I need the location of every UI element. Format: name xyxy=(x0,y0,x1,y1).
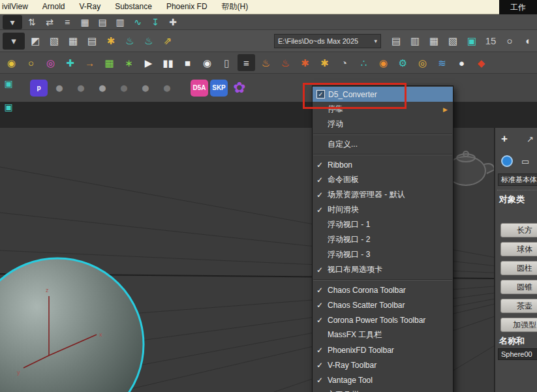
container-explorer-icon[interactable]: ▦ xyxy=(425,33,442,50)
render-teapot-icon-2[interactable]: ♨ xyxy=(140,33,157,50)
crosshair-icon[interactable]: ✚ xyxy=(165,15,181,29)
context-menu-item-9[interactable]: ✓时间滑块 xyxy=(313,202,453,217)
zoom-flame-icon[interactable]: ◎ xyxy=(414,54,431,71)
rotate-gizmo-icon[interactable]: ◉ xyxy=(3,54,20,71)
flame-icon-red[interactable]: ♨ xyxy=(277,54,294,71)
select-region-icon[interactable]: ▧ xyxy=(46,33,63,50)
context-menu-item-6[interactable]: ✓Ribbon xyxy=(313,157,453,172)
viewport-layout-tab-icon[interactable]: ▣ xyxy=(1,77,16,90)
context-menu-item-17[interactable]: ✓Corona Power Tools Toolbar xyxy=(313,312,453,327)
selection-filter-dropdown[interactable]: ▾ xyxy=(3,15,22,29)
menubar-item-4[interactable]: Phoenix FD xyxy=(159,0,215,14)
zoom-icon[interactable]: ○ xyxy=(501,33,518,50)
move-gizmo-icon[interactable]: ✚ xyxy=(61,54,79,71)
snowflake-icon[interactable]: ∗ xyxy=(120,54,138,71)
render-teapot-icon[interactable]: ♨ xyxy=(121,33,138,50)
populate-badge[interactable]: p xyxy=(30,80,48,97)
context-menu-item-11[interactable]: 浮动视口 - 2 xyxy=(313,232,453,247)
scene-table-icon[interactable]: ▦ xyxy=(65,33,82,50)
context-menu-item-16[interactable]: ✓Chaos Scatter Toolbar xyxy=(313,297,453,312)
primitive-button-0[interactable]: 长方 xyxy=(500,223,537,237)
context-menu-item-20[interactable]: ✓V-Ray Toolbar xyxy=(313,357,453,372)
menubar-item-1[interactable]: Arnold xyxy=(35,0,72,14)
burst-icon-yellow[interactable]: ✱ xyxy=(316,54,333,71)
workspace-label[interactable]: 工作 xyxy=(499,0,537,14)
stop-button[interactable]: ■ xyxy=(179,54,196,71)
primitive-button-2[interactable]: 圆柱 xyxy=(500,261,537,275)
grid-view-icon[interactable]: ▥ xyxy=(112,15,128,29)
bind-spacewarp-icon[interactable]: ≡ xyxy=(59,15,75,29)
shapes-category-icon[interactable]: ▭ xyxy=(521,157,529,166)
menubar-item-3[interactable]: Substance xyxy=(108,0,159,14)
select-object-icon[interactable]: ◩ xyxy=(27,33,44,50)
primitive-type-dropdown[interactable]: 标准基本体 xyxy=(498,173,537,186)
link-icon[interactable]: ⇅ xyxy=(24,15,40,29)
mirror-star-icon[interactable]: ✱ xyxy=(102,33,119,50)
context-menu-item-1[interactable]: 停靠▶ xyxy=(313,102,453,117)
dope-sheet-icon[interactable]: ↧ xyxy=(147,15,163,29)
material-sphere-icon-6[interactable]: ● xyxy=(157,78,177,98)
context-menu-item-15[interactable]: ✓Chaos Corona Toolbar xyxy=(313,282,453,297)
context-menu-item-0[interactable]: ✓D5_Converter xyxy=(313,87,453,102)
context-menu-item-12[interactable]: 浮动视口 - 3 xyxy=(313,247,453,262)
sketchup-export-badge[interactable]: SKP xyxy=(210,80,228,97)
orbit-ring-icon[interactable]: ○ xyxy=(22,54,40,71)
d5-converter-badge[interactable]: D5A xyxy=(191,80,208,97)
workspace-dropdown[interactable]: ▾ xyxy=(3,33,25,50)
scene-list-icon[interactable]: ▤ xyxy=(84,33,100,50)
drop-icon-orange[interactable]: ◉ xyxy=(375,54,392,71)
context-menu-item-21[interactable]: ✓Vantage Tool xyxy=(313,372,453,387)
select-ring-icon[interactable]: ◎ xyxy=(42,54,59,71)
render-half-icon[interactable]: ◐ xyxy=(520,33,537,50)
pause-button[interactable]: ▮▮ xyxy=(159,54,177,71)
geometry-category-icon[interactable] xyxy=(501,155,513,167)
flower-plugin-icon[interactable]: ✿ xyxy=(230,78,249,98)
loop-button[interactable]: ◉ xyxy=(198,54,216,71)
material-sphere-icon-4[interactable]: ● xyxy=(114,78,134,98)
context-menu-item-4[interactable]: 自定义... xyxy=(313,137,453,152)
scatter-icon[interactable]: ∴ xyxy=(355,54,373,71)
flame-icon-orange[interactable]: ♨ xyxy=(257,54,275,71)
menubar-item-5[interactable]: 帮助(H) xyxy=(215,0,256,14)
bucket-icon-red[interactable]: ◆ xyxy=(472,54,490,71)
timer-icon[interactable]: ◔ xyxy=(335,54,353,71)
trash-icon[interactable]: ▯ xyxy=(218,54,236,71)
object-name-field[interactable]: Sphere00 xyxy=(498,348,537,360)
export-arrow-icon[interactable]: → xyxy=(81,54,99,71)
ribbon-toggle-icon[interactable]: ▧ xyxy=(444,33,461,50)
context-menu-item-19[interactable]: ✓PhoenixFD Toolbar xyxy=(313,342,453,357)
context-menu-item-10[interactable]: 浮动视口 - 1 xyxy=(313,217,453,232)
sphere-icon-white[interactable]: ● xyxy=(453,54,470,71)
menubar-item-2[interactable]: V-Ray xyxy=(72,0,108,14)
magic-wand-icon[interactable]: ⇗ xyxy=(159,33,176,50)
frame-badge-15[interactable]: 15 xyxy=(482,33,499,50)
material-sphere-icon-3[interactable]: ● xyxy=(93,78,112,98)
scene-explorer-icon[interactable]: ▤ xyxy=(388,33,405,50)
menubar-item-0[interactable]: ivilView xyxy=(0,0,35,14)
primitive-button-1[interactable]: 球体 xyxy=(500,242,537,256)
unlink-icon[interactable]: ⇄ xyxy=(42,15,57,29)
gear-icon-teal[interactable]: ⚙ xyxy=(394,54,412,71)
play-button[interactable]: ▶ xyxy=(140,54,157,71)
project-path-dropdown[interactable]: E:\Files\Do~ds Max 2025 ▾ xyxy=(274,34,381,48)
burst-icon-red[interactable]: ✱ xyxy=(296,54,314,71)
context-menu-item-2[interactable]: 浮动 xyxy=(313,117,453,132)
waves-icon-blue[interactable]: ≋ xyxy=(433,54,451,71)
material-sphere-icon-5[interactable]: ● xyxy=(136,78,155,98)
viewport-layout-tab-icon-2[interactable]: ▣ xyxy=(1,100,16,113)
primitive-button-3[interactable]: 圆锥 xyxy=(500,280,537,294)
material-sphere-icon-1[interactable]: ● xyxy=(50,78,69,98)
sphere-object[interactable] xyxy=(0,258,144,392)
context-menu-item-22[interactable]: ✓主工具栏 xyxy=(313,387,453,392)
array-table-icon[interactable]: ▦ xyxy=(77,15,93,29)
primitive-button-4[interactable]: 茶壶 xyxy=(500,299,537,313)
layer-stack-icon[interactable]: ▣ xyxy=(463,33,480,50)
list-table-icon[interactable]: ▤ xyxy=(95,15,110,29)
name-color-rollout[interactable]: 名称和 xyxy=(499,335,525,347)
context-menu-item-7[interactable]: ✓命令面板 xyxy=(313,172,453,187)
float-panel-icon[interactable]: ↗ xyxy=(527,134,534,144)
add-rollout-icon[interactable]: + xyxy=(501,132,508,145)
context-menu-item-13[interactable]: ✓视口布局选项卡 xyxy=(313,262,453,277)
object-type-rollout[interactable]: 对象类 xyxy=(499,194,525,205)
command-list-icon[interactable]: ≡ xyxy=(238,54,255,71)
